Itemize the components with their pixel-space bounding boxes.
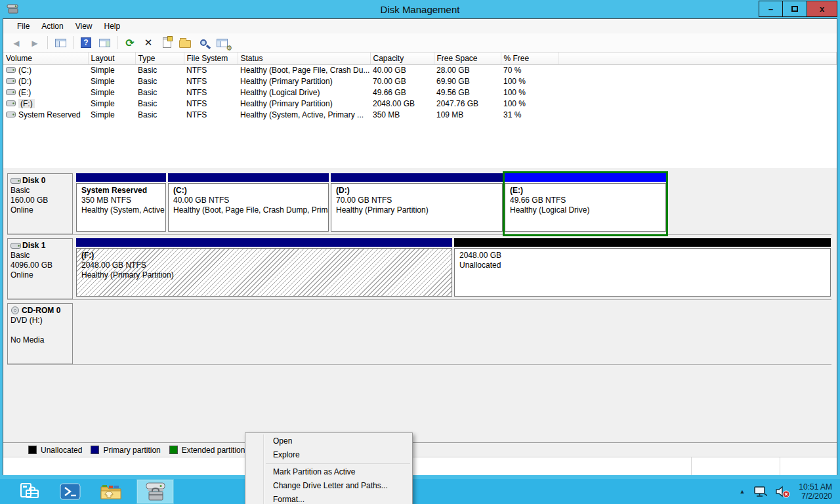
legend-bar: Unallocated Primary partition Extended p… (3, 442, 837, 457)
menu-separator (266, 463, 410, 464)
logical-drive-stripe (505, 173, 666, 182)
disk-icon (10, 177, 21, 184)
refresh-icon[interactable]: ⟳ (122, 35, 138, 50)
table-row[interactable]: (E:) Simple Basic NTFS Healthy (Logical … (3, 87, 837, 98)
legend-extended-partition: Extended partition (169, 446, 245, 455)
menu-bar: File Action View Help (3, 19, 837, 33)
unallocated-region[interactable]: 2048.00 GB Unallocated (454, 238, 831, 299)
drive-icon (6, 89, 16, 96)
toolbar: ◄ ► ? ⟳ ✕ ⚙ (3, 33, 837, 52)
table-row[interactable]: (C:) Simple Basic NTFS Healthy (Boot, Pa… (3, 64, 837, 75)
menu-view[interactable]: View (70, 20, 98, 33)
server-manager-taskbar-button[interactable] (14, 479, 45, 504)
primary-partition-stripe (168, 173, 329, 182)
menu-item-mark-partition-active[interactable]: Mark Partition as Active (245, 465, 412, 479)
powershell-icon (60, 483, 81, 500)
partition-e-logical-drive[interactable]: (E:) 49.66 GB NTFS Healthy (Logical Driv… (505, 173, 666, 234)
properties-icon[interactable] (159, 35, 175, 50)
column-header-type[interactable]: Type (135, 52, 184, 64)
drive-icon (6, 66, 16, 74)
status-pane (780, 457, 837, 475)
titlebar[interactable]: Disk Management – x (3, 0, 837, 18)
disk-management-taskbar-button[interactable] (136, 479, 174, 504)
file-explorer-icon (100, 483, 122, 501)
disk-1-row: Disk 1 Basic 4096.00 GB Online (F:) 2048… (7, 238, 831, 300)
zoom-icon[interactable] (196, 35, 211, 50)
primary-partition-swatch (91, 446, 99, 454)
disk-1-header[interactable]: Disk 1 Basic 4096.00 GB Online (7, 238, 73, 299)
status-bar (3, 457, 837, 475)
network-tray-icon[interactable] (753, 486, 767, 498)
cdrom-0-header[interactable]: CD-ROM 0 DVD (H:) No Media (7, 303, 73, 364)
menu-item-change-drive-letter[interactable]: Change Drive Letter and Paths... (245, 479, 412, 493)
server-manager-icon (18, 482, 41, 501)
volume-muted-tray-icon[interactable] (775, 485, 791, 498)
taskbar-clock[interactable]: 10:51 AM 7/2/2020 (799, 482, 832, 501)
drive-icon (6, 100, 16, 107)
partition-system-reserved[interactable]: System Reserved 350 MB NTFS Healthy (Sys… (76, 173, 166, 234)
column-header-file-system[interactable]: File System (184, 52, 238, 64)
table-row[interactable]: (D:) Simple Basic NTFS Healthy (Primary … (3, 75, 837, 87)
column-header-layout[interactable]: Layout (88, 52, 135, 64)
back-icon[interactable]: ◄ (9, 35, 24, 50)
menu-action[interactable]: Action (35, 20, 69, 33)
unallocated-swatch (28, 446, 37, 454)
show-console-tree-icon[interactable] (52, 35, 68, 50)
menu-item-open[interactable]: Open (245, 434, 412, 448)
menu-item-format[interactable]: Format... (245, 493, 412, 504)
disk-management-window: Disk Management – x File Action View Hel… (0, 0, 840, 479)
table-header-row: Volume Layout Type File System Status Ca… (3, 52, 837, 64)
drive-icon (6, 77, 16, 85)
show-action-pane-icon[interactable] (96, 35, 112, 50)
column-header-status[interactable]: Status (238, 52, 370, 64)
close-button[interactable]: x (807, 1, 837, 17)
primary-partition-stripe (76, 238, 452, 247)
table-row[interactable]: System Reserved Simple Basic NTFS Health… (3, 109, 837, 120)
menu-help[interactable]: Help (98, 20, 127, 33)
clock-time: 10:51 AM (799, 482, 832, 492)
partition-f-selected[interactable]: (F:) 2048.00 GB NTFS Healthy (Primary Pa… (76, 238, 452, 299)
forward-icon[interactable]: ► (27, 35, 43, 50)
partition-c[interactable]: (C:) 40.00 GB NTFS Healthy (Boot, Page F… (168, 173, 329, 234)
help-icon[interactable]: ? (78, 35, 94, 50)
disk-0-header[interactable]: Disk 0 Basic 160.00 GB Online (7, 173, 73, 234)
table-row-selected[interactable]: (F:) Simple Basic NTFS Healthy (Primary … (3, 98, 837, 109)
partition-d[interactable]: (D:) 70.00 GB NTFS Healthy (Primary Part… (331, 173, 503, 234)
window-title: Disk Management (3, 4, 837, 15)
volume-list-pane: Volume Layout Type File System Status Ca… (3, 52, 837, 168)
disk-management-taskbar-icon (143, 481, 168, 502)
menu-file[interactable]: File (11, 20, 35, 33)
column-header-capacity[interactable]: Capacity (370, 52, 434, 64)
column-header-volume[interactable]: Volume (3, 52, 88, 64)
legend-primary-partition: Primary partition (91, 446, 160, 455)
window-client-area: File Action View Help ◄ ► ? ⟳ ✕ ⚙ (3, 18, 837, 475)
disk-0-row: Disk 0 Basic 160.00 GB Online System Res… (7, 173, 831, 235)
delete-icon[interactable]: ✕ (140, 35, 156, 50)
column-header-filler (558, 52, 837, 64)
primary-partition-stripe (331, 173, 503, 182)
toolbar-separator (73, 36, 74, 49)
primary-partition-stripe (76, 173, 166, 182)
drive-icon (6, 111, 16, 118)
cdrom-0-row: CD-ROM 0 DVD (H:) No Media (7, 303, 831, 365)
show-hidden-icons-button[interactable]: ▲ (739, 488, 745, 495)
disk-graphical-pane: Disk 0 Basic 160.00 GB Online System Res… (3, 168, 837, 442)
minimize-button[interactable]: – (759, 1, 783, 17)
file-explorer-taskbar-button[interactable] (96, 479, 126, 504)
column-header-free-space[interactable]: Free Space (434, 52, 501, 64)
toolbar-separator (47, 36, 48, 49)
disk-icon (10, 242, 21, 249)
disk-settings-icon[interactable]: ⚙ (214, 35, 230, 50)
maximize-button[interactable] (783, 1, 807, 17)
extended-partition-swatch (169, 446, 178, 454)
clock-date: 7/2/2020 (799, 492, 832, 501)
toolbar-separator (117, 36, 117, 49)
volume-table: Volume Layout Type File System Status Ca… (3, 52, 837, 120)
column-header-pct-free[interactable]: % Free (501, 52, 558, 64)
open-folder-icon[interactable] (177, 35, 193, 50)
menu-item-explore[interactable]: Explore (245, 448, 412, 462)
powershell-taskbar-button[interactable] (55, 479, 85, 504)
legend-unallocated: Unallocated (28, 446, 82, 455)
maximize-icon (791, 6, 798, 12)
partition-context-menu: Open Explore Mark Partition as Active Ch… (245, 432, 413, 504)
